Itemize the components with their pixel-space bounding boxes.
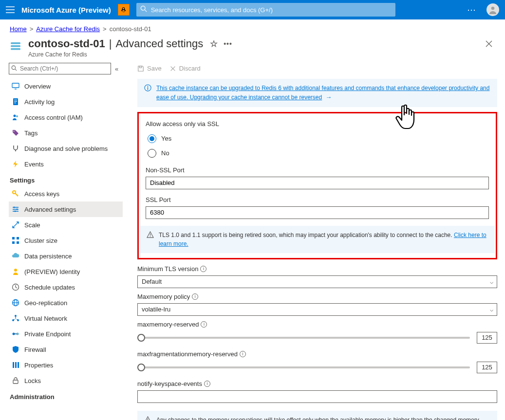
hamburger-icon[interactable] (6, 6, 15, 13)
svg-point-32 (17, 333, 19, 335)
log-icon (12, 98, 19, 106)
resource-icon (9, 39, 22, 53)
svg-rect-36 (13, 380, 18, 383)
maxfrag-reserved-label: maxfragmentationmemory-reservedi (137, 350, 497, 358)
svg-point-24 (14, 269, 17, 272)
sidebar-item-cluster-size[interactable]: Cluster size (9, 233, 123, 248)
svg-line-1 (145, 10, 147, 12)
svg-line-7 (15, 69, 17, 71)
svg-point-18 (17, 209, 18, 210)
ssl-no-radio[interactable]: No (148, 149, 489, 158)
sidebar-item-scale[interactable]: Scale (9, 217, 123, 233)
svg-rect-33 (13, 362, 14, 368)
sidebar-item-diagnose[interactable]: Diagnose and solve problems (9, 141, 123, 156)
cluster-icon (12, 237, 19, 244)
svg-point-2 (491, 7, 495, 10)
sidebar-item-geo-replication[interactable]: Geo-replication (9, 295, 123, 310)
network-icon (12, 314, 19, 322)
globe-icon (12, 299, 19, 307)
arrow-icon: → (324, 93, 332, 101)
info-hint-icon[interactable]: i (201, 321, 207, 328)
sidebar-item-access-keys[interactable]: Access keys (9, 186, 123, 201)
svg-point-15 (14, 131, 15, 132)
breadcrumb: Home > Azure Cache for Redis > contoso-s… (0, 19, 505, 36)
svg-rect-3 (11, 42, 20, 44)
upgrade-link[interactable]: This cache instance can be upgraded to R… (156, 85, 489, 101)
info-hint-icon[interactable]: i (192, 293, 198, 300)
svg-rect-22 (12, 241, 15, 244)
identity-icon (12, 268, 19, 275)
sidebar-item-access-control[interactable]: Access control (IAM) (9, 110, 123, 125)
sidebar-item-activity-log[interactable]: Activity log (9, 94, 123, 110)
tls-warning-banner: TLS 1.0 and 1.1 support is being retired… (140, 226, 495, 253)
maxmemory-reserved-slider[interactable] (137, 337, 470, 339)
sidebar-item-data-persistence[interactable]: Data persistence (9, 248, 123, 264)
top-header: Microsoft Azure (Preview) ⋯ (0, 0, 505, 19)
svg-rect-35 (18, 362, 19, 368)
svg-point-42 (150, 236, 151, 237)
maxfrag-reserved-slider[interactable] (137, 366, 470, 368)
discard-button[interactable]: Discard (169, 65, 201, 72)
save-button[interactable]: Save (137, 65, 162, 72)
search-icon (140, 5, 147, 14)
info-hint-icon[interactable]: i (240, 351, 246, 357)
sidebar-item-locks[interactable]: Locks (9, 373, 123, 388)
svg-point-28 (15, 315, 17, 317)
collapse-sidebar-icon[interactable]: « (115, 65, 118, 73)
svg-point-13 (14, 115, 16, 117)
svg-rect-21 (17, 237, 19, 239)
sidebar-item-properties[interactable]: Properties (9, 357, 123, 373)
memory-warning-banner: Any changes to the memory reservations w… (137, 411, 497, 420)
info-hint-icon[interactable]: i (200, 266, 206, 272)
svg-rect-41 (150, 233, 150, 236)
radio-checked-icon (148, 134, 156, 143)
notify-keyspace-label: notify-keyspace-eventsi (137, 380, 497, 387)
close-button[interactable] (483, 37, 495, 52)
notify-keyspace-input[interactable] (137, 390, 497, 403)
sidebar-item-schedule-updates[interactable]: Schedule updates (9, 279, 123, 295)
sidebar-item-private-endpoint[interactable]: Private Endpoint (9, 326, 123, 342)
nonssl-port-input[interactable] (146, 177, 489, 189)
info-hint-icon[interactable]: i (204, 381, 210, 387)
more-actions-icon[interactable]: ••• (224, 40, 232, 48)
user-avatar[interactable] (486, 3, 499, 16)
breadcrumb-home[interactable]: Home (10, 25, 27, 33)
maxfrag-reserved-value[interactable]: 125 (477, 362, 497, 373)
maxmemory-reserved-value[interactable]: 125 (477, 332, 497, 344)
svg-rect-11 (14, 101, 17, 102)
lock-icon (12, 377, 19, 384)
sidebar-item-identity[interactable]: (PREVIEW) Identity (9, 264, 123, 279)
ssl-yes-radio[interactable]: Yes (148, 134, 489, 143)
sidebar-item-events[interactable]: Events (9, 156, 123, 172)
sidebar-search-input[interactable] (9, 63, 111, 74)
monitor-icon (12, 82, 19, 90)
info-icon (144, 84, 151, 102)
maxmemory-policy-select[interactable]: volatile-lru (137, 303, 497, 316)
maxmemory-reserved-label: maxmemory-reservedi (137, 321, 497, 328)
svg-point-31 (13, 333, 15, 335)
svg-rect-34 (15, 362, 17, 368)
more-icon[interactable]: ⋯ (467, 4, 477, 15)
tag-icon (12, 129, 19, 137)
breadcrumb-level1[interactable]: Azure Cache for Redis (36, 25, 100, 33)
global-search-input[interactable] (136, 3, 395, 17)
svg-rect-37 (139, 66, 141, 68)
svg-rect-20 (12, 237, 15, 239)
sidebar-item-firewall[interactable]: Firewall (9, 342, 123, 357)
sidebar-search-icon (11, 65, 17, 73)
sidebar-item-overview[interactable]: Overview (9, 78, 123, 94)
shield-icon (12, 346, 19, 353)
svg-rect-4 (11, 45, 20, 47)
sidebar-item-virtual-network[interactable]: Virtual Network (9, 310, 123, 326)
svg-point-14 (16, 115, 18, 117)
brand-label: Microsoft Azure (Preview) (21, 6, 111, 14)
sidebar-item-tags[interactable]: Tags (9, 125, 123, 141)
min-tls-select[interactable]: Default (137, 275, 497, 288)
resource-name: contoso-std-01 (28, 37, 105, 50)
ssl-port-input[interactable] (146, 206, 489, 219)
sidebar-item-advanced-settings[interactable]: Advanced settings (9, 201, 123, 217)
preview-badge[interactable] (118, 4, 130, 16)
ssl-highlight-box: Allow access only via SSL Yes No Non-SSL… (137, 112, 497, 259)
favorite-icon[interactable]: ☆ (210, 38, 218, 49)
svg-point-17 (14, 207, 15, 208)
